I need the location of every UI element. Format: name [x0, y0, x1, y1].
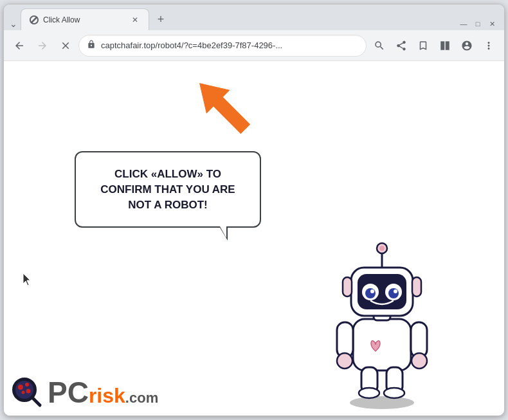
bubble-text: CLICK «ALLOW» TO CONFIRM THAT YOU ARE NO…	[94, 167, 242, 212]
active-tab[interactable]: Click Allow ✕	[21, 8, 149, 30]
pcrisk-watermark: PC risk .com	[10, 376, 158, 409]
svg-line-31	[32, 397, 40, 405]
svg-point-28	[25, 383, 29, 387]
profile-icon[interactable]	[457, 35, 477, 56]
robot-illustration	[311, 216, 453, 409]
tab-title: Click Allow	[43, 15, 125, 24]
svg-point-9	[359, 388, 379, 398]
window-controls: — □ ✕	[459, 19, 499, 28]
address-bar[interactable]: captchafair.top/robot4/?c=4be2ef39-7f87-…	[78, 35, 367, 57]
url-text: captchafair.top/robot4/?c=4be2ef39-7f87-…	[101, 41, 358, 50]
svg-point-6	[412, 353, 427, 369]
svg-rect-24	[412, 277, 421, 297]
search-icon[interactable]	[369, 35, 390, 56]
browser-toolbar: captchafair.top/robot4/?c=4be2ef39-7f87-…	[4, 30, 504, 61]
svg-marker-0	[188, 72, 257, 140]
pcrisk-pc-letters: PC	[48, 378, 89, 407]
svg-point-30	[26, 389, 31, 394]
pcrisk-logo-icon	[10, 376, 44, 409]
close-button[interactable]: ✕	[487, 19, 496, 28]
forward-button[interactable]	[32, 35, 53, 56]
minimize-button[interactable]: —	[459, 19, 468, 28]
lock-icon	[87, 40, 96, 51]
svg-point-26	[15, 381, 33, 399]
chevron-down-icon[interactable]: ⌄	[9, 19, 18, 28]
toolbar-action-icons	[369, 35, 499, 56]
svg-point-1	[350, 396, 414, 409]
pcrisk-risk-letters: risk	[89, 385, 125, 406]
speech-bubble: CLICK «ALLOW» TO CONFIRM THAT YOU ARE NO…	[75, 151, 261, 228]
pcrisk-text: PC risk .com	[48, 378, 158, 407]
page-content: CLICK «ALLOW» TO CONFIRM THAT YOU ARE NO…	[4, 61, 504, 415]
split-screen-icon[interactable]	[435, 35, 455, 56]
pcrisk-com-letters: .com	[125, 391, 158, 405]
tab-bar: ⌄ Click Allow ✕ + — □ ✕	[4, 5, 504, 30]
bookmark-icon[interactable]	[413, 35, 433, 56]
svg-rect-2	[353, 319, 411, 370]
mouse-cursor	[23, 273, 33, 286]
svg-point-27	[18, 385, 23, 390]
svg-point-17	[388, 288, 399, 298]
reload-button[interactable]	[55, 35, 76, 56]
tab-close-button[interactable]: ✕	[129, 14, 141, 26]
share-icon[interactable]	[391, 35, 412, 56]
svg-point-4	[337, 353, 352, 369]
svg-rect-5	[411, 322, 427, 358]
svg-point-19	[394, 289, 397, 293]
tab-favicon	[29, 15, 39, 25]
new-tab-button[interactable]: +	[152, 10, 170, 28]
maximize-button[interactable]: □	[473, 19, 482, 28]
svg-point-10	[384, 388, 404, 398]
svg-point-18	[370, 289, 374, 293]
svg-point-16	[365, 288, 376, 298]
arrow-indicator	[184, 68, 248, 138]
menu-icon[interactable]	[478, 35, 499, 56]
svg-rect-3	[337, 322, 353, 358]
svg-rect-23	[343, 277, 352, 297]
browser-window: ⌄ Click Allow ✕ + — □ ✕	[3, 4, 505, 416]
back-button[interactable]	[9, 35, 30, 56]
svg-point-29	[22, 391, 25, 394]
svg-point-22	[379, 246, 385, 251]
